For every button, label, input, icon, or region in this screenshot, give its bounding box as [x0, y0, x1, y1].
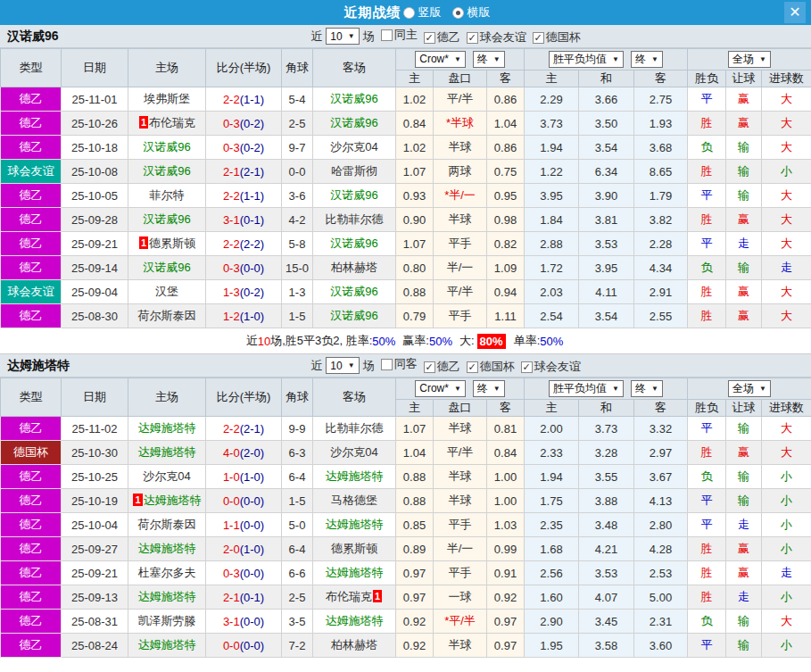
away-team: 布伦瑞克1: [313, 585, 396, 610]
horizontal-layout-label[interactable]: 横版: [468, 4, 491, 21]
filter-同主[interactable]: 同主: [381, 27, 418, 43]
team-section-header: 汉诺威96 近 10 ▼ 场 同主✓德乙✓球会友谊✓德国杯: [0, 25, 811, 48]
away-odds: 1.11: [487, 304, 525, 328]
matches-table: 类型 日期 主场 比分(半场) 角球 客场 Crow*▼终▼ 胜平负均值▼终▼ …: [0, 48, 811, 328]
col-home: 主场: [128, 49, 206, 87]
filter-球会友谊[interactable]: ✓球会友谊: [467, 29, 526, 46]
filter-label[interactable]: 德国杯: [480, 359, 515, 375]
away-odds: 0.97: [487, 610, 525, 634]
vertical-layout-label[interactable]: 竖版: [418, 4, 442, 21]
filter-德国杯[interactable]: ✓德国杯: [467, 359, 515, 375]
avg-away-odds: 4.28: [634, 537, 688, 561]
away-odds: 1.04: [487, 112, 525, 136]
avg-away-odds: 2.55: [634, 304, 688, 328]
avg-home-odds: 2.56: [525, 561, 579, 585]
filter-label[interactable]: 德乙: [437, 359, 460, 375]
fulltime-select[interactable]: 全场▼: [728, 51, 771, 68]
match-score: 2-2(2-1): [206, 417, 282, 441]
away-odds: 0.75: [487, 160, 525, 184]
handicap-line: *半/一: [434, 184, 487, 208]
odds-source-select[interactable]: Crow*▼: [415, 380, 466, 397]
result-handicap: 赢: [726, 112, 762, 136]
result-group: 全场▼: [688, 378, 811, 400]
filter-label[interactable]: 德乙: [437, 29, 460, 46]
handicap-line: 半球: [434, 489, 487, 513]
away-team: 汉诺威96: [313, 112, 396, 136]
filter-德国杯[interactable]: ✓德国杯: [533, 29, 581, 46]
chevron-down-icon: ▼: [493, 55, 501, 63]
chevron-down-icon: ▼: [651, 55, 658, 63]
corner-count: 9-9: [282, 417, 313, 441]
odds-time-select[interactable]: 终▼: [473, 51, 505, 68]
vertical-layout-radio[interactable]: [403, 7, 415, 19]
checkbox-icon[interactable]: ✓: [467, 32, 478, 44]
corner-count: 0-0: [282, 160, 313, 184]
odds-time-select[interactable]: 终▼: [473, 380, 505, 397]
checkbox-icon[interactable]: [381, 359, 393, 370]
result-wdl: 负: [688, 465, 726, 489]
avg-home-odds: 2.88: [525, 232, 579, 256]
match-row: 球会友谊25-09-04汉堡1-3(0-2)1-3汉诺威960.88平/半0.9…: [1, 280, 811, 304]
fulltime-select[interactable]: 全场▼: [728, 380, 771, 397]
result-handicap: 输: [726, 256, 762, 280]
match-date: 25-09-21: [62, 561, 128, 585]
match-row: 德乙25-08-24达姆施塔特0-0(0-0)7-2柏林赫塔0.92半球0.97…: [1, 634, 811, 658]
filter-label[interactable]: 球会友谊: [480, 29, 526, 46]
corner-count: 9-7: [282, 136, 313, 160]
col-type: 类型: [1, 49, 62, 87]
filter-label[interactable]: 同主: [394, 27, 418, 43]
checkbox-icon[interactable]: ✓: [467, 361, 478, 373]
match-rows-0: 德乙25-11-01埃弗斯堡2-2(1-1)5-4汉诺威961.02平/半0.8…: [1, 87, 811, 328]
match-row: 德乙25-11-01埃弗斯堡2-2(1-1)5-4汉诺威961.02平/半0.8…: [1, 87, 811, 112]
match-date: 25-09-21: [62, 232, 128, 256]
filter-label[interactable]: 球会友谊: [534, 359, 581, 375]
avg-home-odds: 2.29: [525, 87, 579, 112]
checkbox-icon[interactable]: ✓: [533, 32, 544, 44]
filter-同客[interactable]: 同客: [381, 356, 418, 372]
checkbox-icon[interactable]: [381, 29, 393, 41]
checkbox-icon[interactable]: ✓: [521, 361, 533, 373]
handicap-line: 半球: [434, 634, 487, 658]
corner-count: 2-5: [282, 585, 313, 610]
league-type-badge: 德乙: [1, 87, 62, 112]
handicap-line: *平/半: [434, 610, 487, 634]
result-goals: 小: [762, 537, 811, 561]
filter-label[interactable]: 德国杯: [546, 29, 581, 46]
home-team: 达姆施塔特: [128, 585, 206, 610]
avg-home-odds: 1.94: [525, 136, 579, 160]
avg-source-select[interactable]: 胜平负均值▼: [549, 380, 624, 397]
result-handicap: 赢: [726, 208, 762, 232]
match-score: 2-2(1-1): [206, 87, 282, 112]
handicap-line: *半球: [434, 112, 487, 136]
home-team: 汉诺威96: [128, 256, 206, 280]
odds-source-select[interactable]: Crow*▼: [415, 51, 466, 68]
filter-德乙[interactable]: ✓德乙: [424, 359, 460, 375]
filter-label[interactable]: 同客: [394, 356, 418, 372]
match-date: 25-09-27: [62, 537, 128, 561]
checkbox-icon[interactable]: ✓: [424, 361, 435, 373]
col-avg-home: 主: [525, 400, 579, 417]
match-count-select[interactable]: 10 ▼: [326, 28, 359, 45]
avg-home-odds: 1.95: [525, 634, 579, 658]
result-goals: 小: [762, 489, 811, 513]
match-date: 25-08-30: [62, 304, 128, 328]
avg-time-select[interactable]: 终▼: [631, 380, 663, 397]
away-team: 达姆施塔特: [313, 513, 396, 537]
col-score: 比分(半场): [206, 49, 282, 87]
checkbox-icon[interactable]: ✓: [424, 32, 435, 44]
result-wdl: 负: [688, 136, 726, 160]
avg-away-odds: 2.75: [634, 87, 688, 112]
horizontal-layout-radio[interactable]: [452, 7, 464, 19]
match-count-select[interactable]: 10 ▼: [326, 357, 359, 374]
result-wdl: 平: [688, 232, 726, 256]
home-odds: 1.07: [396, 160, 434, 184]
close-button[interactable]: ✕: [784, 2, 806, 23]
avg-time-select[interactable]: 终▼: [631, 51, 663, 68]
league-type-badge: 德乙: [1, 585, 62, 610]
avg-source-select[interactable]: 胜平负均值▼: [549, 51, 624, 68]
avg-away-odds: 2.28: [634, 232, 688, 256]
corner-count: 6-4: [282, 465, 313, 489]
filter-球会友谊[interactable]: ✓球会友谊: [521, 359, 581, 375]
filter-德乙[interactable]: ✓德乙: [424, 29, 460, 46]
match-score: 2-2(1-1): [206, 184, 282, 208]
